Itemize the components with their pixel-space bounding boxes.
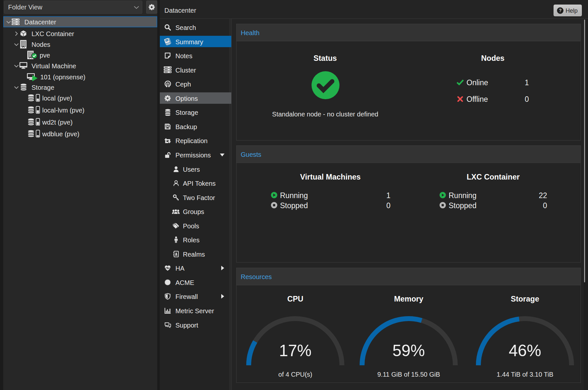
svg-text:?: ? — [559, 8, 562, 13]
